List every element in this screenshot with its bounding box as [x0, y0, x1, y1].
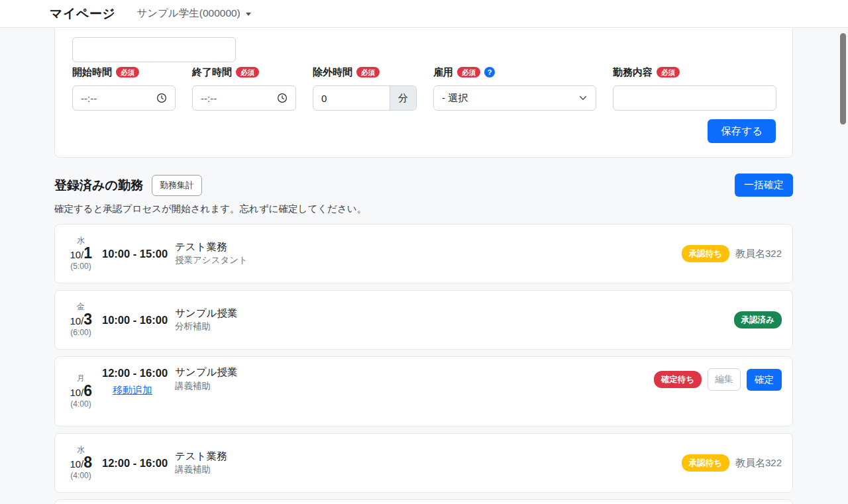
form-fields-row: 開始時間 必須 --:-- 終了時間 必須 --:-- [72, 66, 776, 111]
page-title: マイページ [50, 5, 115, 23]
end-time-label: 終了時間 [192, 66, 232, 79]
work-row: 水 10/1 (5:00) 10:00 - 15:00 テスト業務 授業アシスタ… [54, 224, 793, 283]
employment-select[interactable]: - 選択 [433, 85, 596, 111]
work-description: サンプル授業 講義補助 [175, 366, 237, 392]
status-badge: 確定待ち [654, 371, 702, 388]
user-selector-dropdown[interactable]: サンプル学生(000000) [136, 7, 251, 21]
required-badge: 必須 [657, 67, 680, 77]
registered-work-header: 登録済みの勤務 勤務集計 一括確定 [54, 174, 793, 197]
edit-button[interactable]: 編集 [708, 368, 741, 391]
date-block: 月 10/6 (4:00) [66, 374, 95, 409]
top-bar: マイページ サンプル学生(000000) [0, 0, 848, 28]
status-badge: 承認待ち [682, 245, 729, 262]
work-detail-input[interactable] [613, 85, 776, 111]
date-block: 水 10/1 (5:00) [66, 236, 95, 272]
work-description: サンプル授業 分析補助 [175, 307, 237, 333]
teacher-name: 教員名322 [735, 248, 782, 260]
field-employment: 雇用 必須 ? - 選択 [433, 66, 596, 111]
work-time: 10:00 - 15:00 [102, 248, 174, 260]
field-excluded-time: 除外時間 必須 0 分 [313, 66, 417, 111]
chevron-down-icon [578, 93, 588, 103]
add-travel-link[interactable]: 移動追加 [113, 384, 152, 397]
work-detail-label: 勤務内容 [613, 66, 653, 79]
work-time: 12:00 - 16:00 [102, 367, 174, 379]
minutes-suffix: 分 [390, 86, 416, 110]
save-button[interactable]: 保存する [708, 119, 776, 143]
field-start-time: 開始時間 必須 --:-- [72, 66, 176, 111]
required-badge: 必須 [236, 67, 259, 77]
user-selector-label: サンプル学生(000000) [136, 7, 240, 21]
work-description: テスト業務 授業アシスタント [175, 241, 248, 267]
bulk-confirm-button[interactable]: 一括確定 [735, 174, 793, 197]
work-row: 金 10/10 (4:00) 12:00 - 16:00 サンプル授業 授業アシ… [54, 499, 793, 504]
status-badge: 承認待ち [682, 454, 729, 472]
confirm-button[interactable]: 確定 [747, 369, 782, 391]
work-date-input-partial[interactable] [72, 37, 236, 62]
work-description: テスト業務 講義補助 [175, 450, 227, 476]
end-time-input[interactable]: --:-- [192, 85, 296, 111]
status-badge: 承認済み [734, 311, 782, 328]
date-block: 水 10/8 (4:00) [66, 446, 95, 481]
work-time: 12:00 - 16:00 [102, 457, 174, 470]
section-title: 登録済みの勤務 [54, 177, 143, 194]
registered-work-list: 水 10/1 (5:00) 10:00 - 15:00 テスト業務 授業アシスタ… [54, 224, 793, 504]
required-badge: 必須 [356, 67, 380, 77]
required-badge: 必須 [116, 67, 139, 77]
field-end-time: 終了時間 必須 --:-- [192, 66, 296, 111]
start-time-input[interactable]: --:-- [72, 85, 176, 111]
required-badge: 必須 [457, 67, 480, 77]
field-work-detail: 勤務内容 必須 [613, 66, 776, 111]
excluded-time-label: 除外時間 [313, 66, 352, 79]
employment-label: 雇用 [433, 66, 453, 79]
clock-icon[interactable] [156, 93, 167, 103]
excluded-time-input[interactable]: 0 [313, 86, 390, 110]
section-description: 確定すると承認プロセスが開始されます。忘れずに確定してください。 [54, 203, 793, 215]
help-icon[interactable]: ? [484, 67, 495, 77]
clock-icon[interactable] [277, 93, 288, 103]
work-row: 水 10/8 (4:00) 12:00 - 16:00 テスト業務 講義補助 承… [54, 433, 793, 493]
work-time: 10:00 - 16:00 [102, 314, 174, 327]
work-summary-button[interactable]: 勤務集計 [152, 175, 202, 196]
caret-down-icon [246, 13, 251, 16]
work-row: 月 10/6 (4:00) 12:00 - 16:00 移動追加 サンプル授業 … [54, 356, 793, 427]
date-block: 金 10/3 (6:00) [66, 303, 95, 338]
teacher-name: 教員名322 [735, 457, 782, 470]
excluded-time-input-group: 0 分 [313, 85, 417, 111]
scrollbar-thumb[interactable] [840, 33, 846, 125]
start-time-label: 開始時間 [72, 66, 112, 79]
work-row: 金 10/3 (6:00) 10:00 - 16:00 サンプル授業 分析補助 … [54, 290, 793, 350]
